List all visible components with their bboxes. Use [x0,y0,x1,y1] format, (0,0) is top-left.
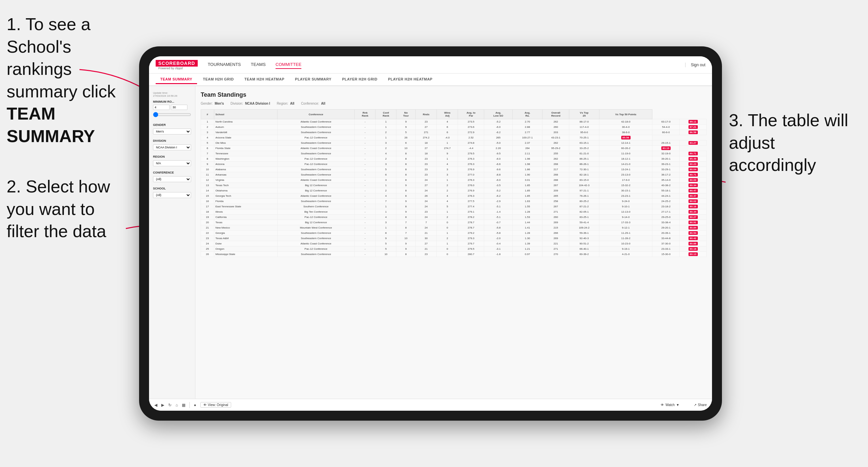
cell-data: 15-30-0 [652,252,680,257]
cell-rank: 15 [201,193,214,199]
toolbar-forward[interactable]: ▶ [161,403,164,407]
cell-data: - [355,130,376,135]
max-rounds-input[interactable] [171,105,187,110]
subnav-player-h2h-grid[interactable]: PLAYER H2H GRID [338,75,382,84]
cell-conference: Southeastern Conference [277,230,354,236]
cell-data: 7 [376,199,396,204]
cell-data: 33-38-4 [652,220,680,225]
view-original-button[interactable]: 👁 View: Original [200,402,231,408]
cell-data: 9 [437,151,458,156]
cell-rank: 7 [201,151,214,156]
share-button[interactable]: ↗ Share [694,403,707,407]
col-avg-par[interactable]: Avg. toPar [458,110,484,119]
cell-data: 11-29-1 [599,230,652,236]
col-conference[interactable]: Conference [277,110,354,119]
cell-school: Texas A&M [214,236,277,241]
watch-button[interactable]: 👁 Watch ▼ [661,403,679,407]
cell-data: 215 [542,225,569,230]
min-rounds-input[interactable] [153,105,169,110]
subnav-team-h2h-grid[interactable]: TEAM H2H GRID [198,75,239,84]
col-conf-rank[interactable]: ConfRank [376,110,396,119]
cell-data: 273.6 [458,125,484,130]
cell-data: 1.39 [512,241,542,246]
cell-data: 11-28-2 [599,236,652,241]
table-row: 10AlabamaSoutheastern Conference-5823327… [201,167,707,172]
rounds-slider[interactable] [153,112,191,117]
col-vs-top50[interactable]: Vs Top 50 Points [599,110,652,119]
cell-data: 8 [396,167,415,172]
cell-data: 7 [396,230,415,236]
gender-select[interactable]: Men's Women's [153,128,191,134]
nav-tournaments[interactable]: TOURNAMENTS [208,61,241,69]
cell-data: 8 [396,178,415,183]
cell-data: 1 [437,141,458,146]
subnav-player-summary[interactable]: PLAYER SUMMARY [290,75,336,84]
cell-data: -3.1 [484,246,513,252]
cell-data: -5.2 [484,188,513,193]
division-select[interactable]: NCAA Division I NCAA Division II NCAA Di… [153,145,191,150]
cell-data: 269 [542,220,569,225]
cell-data: 268 [542,172,569,178]
nav-committee[interactable]: COMMITTEE [276,61,301,69]
cell-data: 24 [415,204,437,209]
cell-data: 8 [396,156,415,162]
cell-data: 60-26-2 [599,146,652,151]
col-school[interactable]: School [214,110,277,119]
col-rank[interactable]: # [201,110,214,119]
col-avg-low[interactable]: Avg.Low SO [484,110,513,119]
cell-data: 27-17-1 [652,209,680,215]
cell-data: 30 [415,236,437,241]
cell-data: 9 [396,119,415,125]
cell-data: 3 [437,167,458,172]
cell-conference: Atlantic Coast Conference [277,241,354,246]
toolbar-back[interactable]: ◀ [154,403,157,407]
cell-data: 23 [415,119,437,125]
col-no-tour[interactable]: NoTour [396,110,415,119]
sign-out-link[interactable]: Sign out [685,63,705,67]
toolbar-clock[interactable]: ● [194,403,196,407]
cell-rank: 2 [201,125,214,130]
toolbar-home[interactable]: ⌂ [176,403,178,407]
cell-rank: 17 [201,204,214,209]
cell-data: 8 [396,172,415,178]
cell-data: -5.8 [484,230,513,236]
cell-school: California [214,215,277,220]
col-avg-ra[interactable]: Avg.Ra. [512,110,542,119]
cell-data: 3 [376,220,396,225]
col-vs-top25[interactable]: Vs Top25 [569,110,599,119]
cell-rank: 16 [201,199,214,204]
cell-data: 80.54 [680,230,707,236]
subnav-player-h2h-heatmap[interactable]: PLAYER H2H HEATMAP [383,75,437,84]
col-overall[interactable]: OverallRecord [542,110,569,119]
school-select[interactable]: (All) [153,192,191,198]
cell-data: -0.4 [484,241,513,246]
cell-data: 262 [542,141,569,146]
col-rnds[interactable]: Rnds [415,110,437,119]
cell-data: 203 [542,130,569,135]
cell-data: 24 [415,215,437,220]
col-rnk-rank[interactable]: RnkRank [355,110,376,119]
cell-conference: Mountain West Conference [277,225,354,230]
cell-data: 14-21-0 [599,162,652,167]
toolbar-refresh[interactable]: ↻ [168,403,172,407]
cell-data: 24 [415,178,437,183]
subnav-team-h2h-heatmap[interactable]: TEAM H2H HEATMAP [240,75,289,84]
toolbar-copy[interactable]: ▦ [182,403,185,407]
col-wins[interactable]: WinsAdj [437,110,458,119]
region-select[interactable]: N/A All [153,160,191,166]
cell-data: 23-23-1 [599,193,652,199]
conference-select[interactable]: (All) [153,176,191,182]
cell-conference: Big 12 Conference [277,183,354,188]
cell-conference: Big 12 Conference [277,220,354,225]
cell-data: -6.2 [484,130,513,135]
cell-data: 279.7 [458,241,484,246]
nav-teams[interactable]: TEAMS [251,61,266,69]
cell-data: 8 [396,188,415,193]
instruction-2-text: 2. Select how [7,177,110,196]
subnav-team-summary[interactable]: TEAM SUMMARY [156,75,197,84]
cell-school: Texas [214,220,277,225]
cell-data: 92-40-3 [569,236,599,241]
cell-data: -9.5 [484,151,513,156]
cell-data: 209 [542,188,569,193]
cell-data: -5.8 [484,225,513,230]
